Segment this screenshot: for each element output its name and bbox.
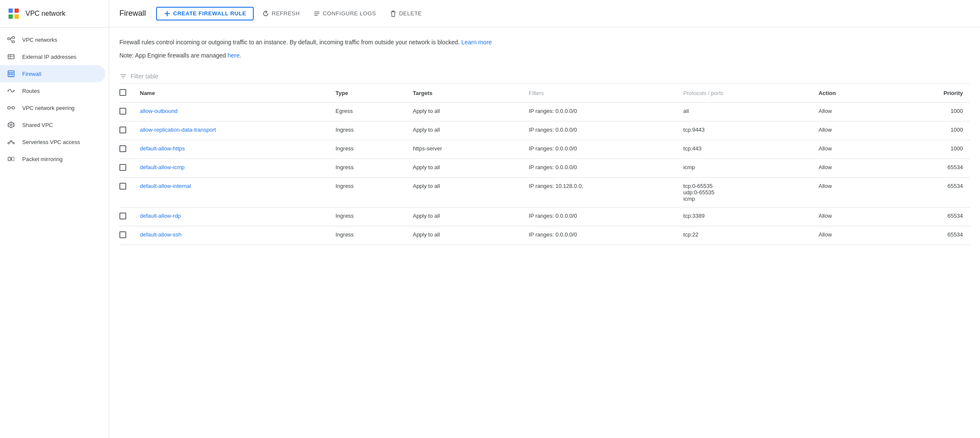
row-type-2: Ingress	[332, 140, 409, 159]
sidebar-label-routes: Routes	[22, 88, 40, 94]
table-row: default-allow-https Ingress https-server…	[119, 140, 970, 159]
row-name-link-0[interactable]: allow-outbound	[140, 108, 177, 114]
col-header-type: Type	[332, 84, 409, 103]
description-text: Firewall rules control incoming or outgo…	[119, 37, 503, 47]
row-action-0: Allow	[815, 103, 892, 121]
row-name-link-2[interactable]: default-allow-https	[140, 145, 185, 152]
row-name-1: allow-replication-data-transport	[136, 121, 332, 140]
table-row: default-allow-rdp Ingress Apply to all I…	[119, 207, 970, 226]
table-row: default-allow-internal Ingress Apply to …	[119, 178, 970, 207]
configure-logs-button[interactable]: CONFIGURE LOGS	[308, 8, 381, 20]
sidebar-item-vpc-peering[interactable]: VPC network peering	[0, 99, 105, 116]
sidebar-item-shared-vpc[interactable]: Shared VPC	[0, 116, 105, 133]
col-header-targets: Targets	[409, 84, 525, 103]
delete-label: DELETE	[399, 10, 422, 17]
row-protocols-2: tcp:443	[680, 140, 815, 159]
row-type-3: Ingress	[332, 159, 409, 178]
sidebar-label-vpc-networks: VPC networks	[22, 37, 57, 43]
row-checkbox-5[interactable]	[119, 213, 126, 219]
row-filters-0: IP ranges: 0.0.0.0/0	[525, 103, 680, 121]
row-name-link-5[interactable]: default-allow-rdp	[140, 213, 181, 219]
create-button-label: CREATE FIREWALL RULE	[173, 10, 246, 17]
row-protocols-4: tcp:0-65535 udp:0-65535 icmp	[680, 178, 815, 207]
configure-logs-label: CONFIGURE LOGS	[323, 10, 376, 17]
row-name-6: default-allow-ssh	[136, 226, 332, 245]
filter-placeholder[interactable]: Filter table	[130, 73, 158, 80]
row-action-2: Allow	[815, 140, 892, 159]
refresh-icon	[262, 10, 269, 17]
table-row: allow-replication-data-transport Ingress…	[119, 121, 970, 140]
select-all-checkbox[interactable]	[119, 89, 126, 96]
learn-more-link[interactable]: Learn more	[461, 39, 492, 46]
table-row: default-allow-icmp Ingress Apply to all …	[119, 159, 970, 178]
sidebar-item-vpc-networks[interactable]: VPC networks	[0, 31, 105, 48]
row-filters-4: IP ranges: 10.128.0.0,	[525, 178, 680, 207]
svg-rect-4	[8, 38, 10, 40]
col-header-filters: Filters	[525, 84, 680, 103]
svg-rect-6	[12, 41, 14, 43]
refresh-button[interactable]: REFRESH	[257, 8, 305, 20]
svg-rect-2	[9, 14, 13, 19]
row-action-4: Allow	[815, 178, 892, 207]
row-name-5: default-allow-rdp	[136, 207, 332, 226]
col-header-priority: Priority	[893, 84, 970, 103]
row-checkbox-3[interactable]	[119, 164, 126, 171]
row-name-link-6[interactable]: default-allow-ssh	[140, 231, 182, 238]
row-filters-3: IP ranges: 0.0.0.0/0	[525, 159, 680, 178]
row-priority-3: 65534	[893, 159, 970, 178]
sidebar-item-firewall[interactable]: Firewall	[0, 65, 105, 82]
sidebar-label-external-ip: External IP addresses	[22, 54, 76, 60]
row-checkbox-cell	[119, 178, 136, 207]
svg-rect-3	[14, 14, 19, 19]
row-name-3: default-allow-icmp	[136, 159, 332, 178]
row-filters-5: IP ranges: 0.0.0.0/0	[525, 207, 680, 226]
sidebar-item-serverless-vpc[interactable]: Serverless VPC access	[0, 133, 105, 150]
row-action-3: Allow	[815, 159, 892, 178]
row-checkbox-1[interactable]	[119, 127, 126, 133]
row-name-link-3[interactable]: default-allow-icmp	[140, 164, 185, 170]
shared-vpc-icon	[7, 121, 15, 129]
delete-button[interactable]: DELETE	[385, 8, 427, 20]
row-name-link-4[interactable]: default-allow-internal	[140, 183, 191, 189]
app-logo	[7, 7, 20, 20]
table-row: default-allow-ssh Ingress Apply to all I…	[119, 226, 970, 245]
sidebar-nav: VPC networks External IP addresses	[0, 28, 109, 171]
row-type-0: Egress	[332, 103, 409, 121]
sidebar-label-firewall: Firewall	[22, 71, 41, 77]
filter-icon	[119, 72, 127, 80]
row-targets-6: Apply to all	[409, 226, 525, 245]
row-checkbox-6[interactable]	[119, 231, 126, 238]
toolbar: Firewall CREATE FIREWALL RULE REFRESH CO…	[109, 0, 980, 27]
row-name-link-1[interactable]: allow-replication-data-transport	[140, 127, 216, 133]
sidebar-item-packet-mirroring[interactable]: Packet mirroring	[0, 150, 105, 167]
sidebar-item-routes[interactable]: Routes	[0, 82, 105, 99]
row-checkbox-cell	[119, 140, 136, 159]
row-protocols-0: all	[680, 103, 815, 121]
content-area: Firewall rules control incoming or outgo…	[109, 27, 980, 438]
row-type-4: Ingress	[332, 178, 409, 207]
svg-point-19	[8, 107, 10, 109]
note-text: Note: App Engine firewalls are managed h…	[119, 52, 970, 59]
row-protocols-3: icmp	[680, 159, 815, 178]
row-targets-2: https-server	[409, 140, 525, 159]
sidebar-title: VPC network	[26, 9, 65, 17]
row-name-2: default-allow-https	[136, 140, 332, 159]
routes-icon	[7, 86, 15, 95]
row-priority-1: 1000	[893, 121, 970, 140]
create-firewall-rule-button[interactable]: CREATE FIREWALL RULE	[156, 7, 254, 20]
here-link[interactable]: here	[228, 52, 240, 59]
sidebar-header: VPC network	[0, 0, 109, 28]
svg-line-8	[10, 39, 12, 42]
firewall-icon	[7, 69, 15, 78]
row-checkbox-0[interactable]	[119, 108, 126, 115]
row-priority-5: 65534	[893, 207, 970, 226]
row-priority-6: 65534	[893, 226, 970, 245]
row-checkbox-cell	[119, 121, 136, 140]
filter-row: Filter table	[119, 69, 970, 84]
row-checkbox-4[interactable]	[119, 183, 126, 190]
sidebar-label-shared-vpc: Shared VPC	[22, 122, 53, 128]
packet-mirroring-icon	[7, 155, 15, 163]
sidebar-item-external-ip[interactable]: External IP addresses	[0, 48, 105, 65]
svg-rect-1	[14, 9, 19, 13]
row-checkbox-2[interactable]	[119, 145, 126, 152]
